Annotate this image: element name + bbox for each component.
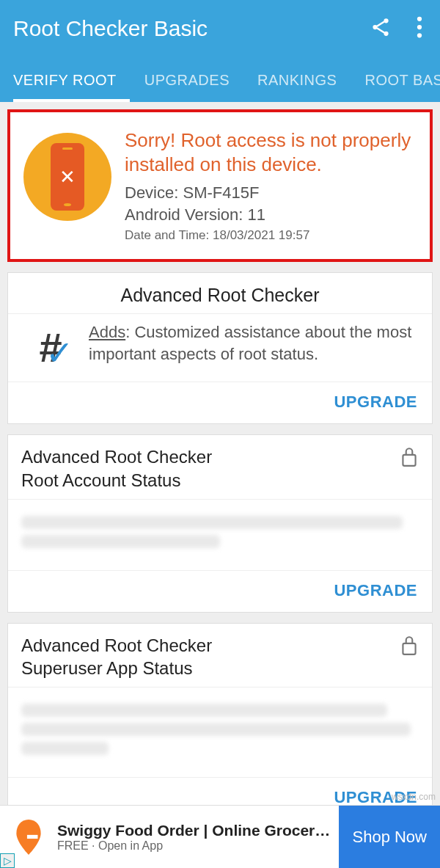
android-version-label: Android Version: 11 <box>125 204 417 226</box>
svg-rect-7 <box>403 643 415 654</box>
svg-point-3 <box>417 17 422 21</box>
tab-rankings[interactable]: RANKINGS <box>257 62 350 102</box>
advanced-root-checker-card: Advanced Root Checker # ✓ Adds: Customiz… <box>7 272 433 424</box>
upgrade-button[interactable]: UPGRADE <box>334 581 417 599</box>
overflow-menu-icon[interactable] <box>417 16 422 41</box>
svg-point-4 <box>417 25 422 29</box>
adv-description: Adds: Customized assistance about the mo… <box>89 318 420 376</box>
watermark: wsxdn.com <box>392 792 436 802</box>
root-status-card: ✕ Sorry! Root access is not properly ins… <box>7 109 433 262</box>
ad-info-icon[interactable]: ▷ <box>0 853 15 868</box>
ad-title: Swiggy Food Order | Online Grocery … <box>57 822 331 839</box>
datetime-label: Date and Time: 18/03/2021 19:57 <box>125 228 417 243</box>
tab-bar: VERIFY ROOT UPGRADES RANKINGS ROOT BASIC <box>13 62 427 102</box>
svg-rect-8 <box>27 834 38 838</box>
card-title: Advanced Root Checker Superuser App Stat… <box>21 634 212 679</box>
card-title: Advanced Root Checker Root Account Statu… <box>21 445 212 491</box>
superuser-app-status-card: Advanced Root Checker Superuser App Stat… <box>7 623 433 820</box>
ad-banner[interactable]: ▷ Swiggy Food Order | Online Grocery … F… <box>0 805 440 868</box>
tab-upgrades[interactable]: UPGRADES <box>144 62 243 102</box>
status-headline: Sorry! Root access is not properly insta… <box>125 128 417 176</box>
ad-subtitle: FREE · Open in App <box>57 839 331 853</box>
phone-icon: ✕ <box>51 143 84 211</box>
svg-point-5 <box>417 33 422 37</box>
tab-root-basic[interactable]: ROOT BASIC <box>364 62 440 102</box>
adv-title: Advanced Root Checker <box>8 273 432 313</box>
lock-icon <box>400 445 419 470</box>
root-account-status-card: Advanced Root Checker Root Account Statu… <box>7 434 433 612</box>
svg-rect-6 <box>403 455 415 466</box>
root-hash-icon: # ✓ <box>20 318 77 376</box>
locked-content <box>8 499 432 570</box>
device-label: Device: SM-F415F <box>125 182 417 204</box>
share-icon[interactable] <box>370 16 392 41</box>
shop-now-button[interactable]: Shop Now <box>339 806 440 869</box>
app-bar: Root Checker Basic VERIFY ROOT UPGRADES … <box>0 0 440 102</box>
x-icon: ✕ <box>59 167 76 186</box>
upgrade-button[interactable]: UPGRADE <box>334 393 417 411</box>
lock-icon <box>400 634 419 659</box>
checkmark-icon: ✓ <box>45 333 74 373</box>
swiggy-logo-icon <box>7 816 50 858</box>
app-title: Root Checker Basic <box>13 16 208 41</box>
status-fail-icon: ✕ <box>23 133 111 221</box>
tab-verify-root[interactable]: VERIFY ROOT <box>13 62 130 102</box>
locked-content <box>8 687 432 777</box>
